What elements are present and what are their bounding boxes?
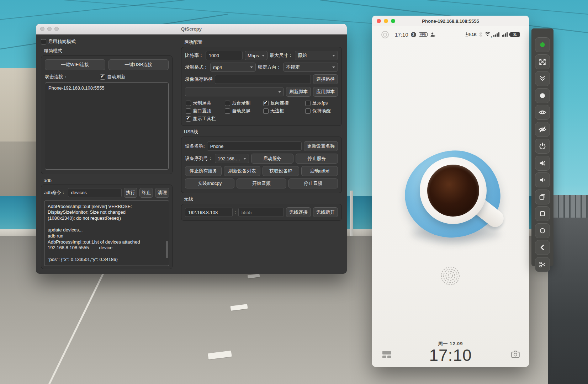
chevron-down-icon [262, 55, 265, 57]
close-button[interactable] [40, 27, 44, 31]
start-audio-button[interactable]: 开始音频 [237, 178, 286, 188]
record-format-label: 录制格式： [185, 64, 208, 70]
adb-log[interactable]: AdbProcessImpl::out:[server] VERBOSE: Di… [44, 201, 169, 266]
refresh-script-button[interactable]: 刷新脚本 [286, 87, 311, 97]
max-size-select[interactable]: 原始 [295, 51, 338, 60]
screenshot-icon[interactable] [535, 88, 550, 103]
app-switch-icon[interactable] [535, 190, 550, 204]
apply-script-button[interactable]: 应用脚本 [313, 87, 338, 97]
stop-audio-button[interactable]: 停止音频 [288, 178, 338, 188]
lock-orientation-label: 锁定方向： [258, 64, 281, 70]
coffee-liquid [427, 165, 479, 217]
double-click-label: 双击连接： [45, 74, 68, 80]
close-button[interactable] [377, 19, 381, 23]
qtscrcpy-titlebar[interactable]: QtScrcpy [36, 24, 347, 34]
wifi-connect-button[interactable]: 一键WIFI连接 [45, 59, 105, 70]
stop-all-services-button[interactable]: 停止所有服务 [185, 166, 222, 176]
stop-service-button[interactable]: 停止服务 [296, 154, 338, 164]
auto-refresh-checkbox[interactable] [100, 74, 105, 80]
wallpaper-building [0, 68, 38, 144]
auto-screen-off-label: 自动息屏 [232, 108, 250, 114]
adb-log-text: AdbProcessImpl::out:[server] VERBOSE: Di… [44, 201, 169, 266]
always-on-top-checkbox[interactable] [186, 108, 191, 114]
serial-value: 192.168.8.1 [218, 156, 241, 161]
device-list-item[interactable]: Phone-192.168.8.108:5555 [48, 85, 165, 91]
device-list[interactable]: Phone-192.168.8.108:5555 [45, 82, 169, 170]
widgets-shortcut-icon[interactable] [382, 351, 391, 358]
install-sndcpy-button[interactable]: 安装sndcpy [185, 178, 234, 188]
bitrate-unit-select[interactable]: Mbps [245, 51, 267, 60]
script-select[interactable] [185, 87, 284, 96]
ip-port-colon: : [235, 210, 236, 215]
log-scrollbar[interactable] [166, 241, 168, 258]
wireless-connect-button[interactable]: 无线连接 [286, 207, 311, 217]
refresh-device-list-button[interactable]: 刷新设备列表 [224, 166, 260, 176]
reverse-connect-checkbox[interactable] [263, 101, 269, 106]
back-icon[interactable] [535, 240, 550, 255]
serial-select[interactable]: 192.168.8.1 [215, 154, 249, 163]
volume-up-icon[interactable] [535, 156, 550, 171]
minimize-button[interactable] [47, 27, 52, 31]
background-record-checkbox[interactable] [225, 101, 230, 106]
wireless-ip-input[interactable] [185, 208, 233, 217]
phone-titlebar[interactable]: Phone-192.168.8.108:5555 [372, 16, 529, 27]
show-toolbar-checkbox[interactable] [186, 116, 191, 122]
network-speed: 9.1K [465, 32, 477, 37]
bluetooth-icon [479, 32, 482, 37]
record-screen-checkbox[interactable] [186, 101, 191, 106]
record-format-select[interactable]: mp4 [210, 63, 256, 72]
download-arrow-icon [465, 32, 468, 37]
bitrate-input[interactable] [206, 51, 243, 60]
volume-down-icon[interactable] [535, 172, 550, 187]
choose-path-button[interactable]: 选择路径 [313, 74, 338, 84]
menu-icon[interactable] [535, 206, 550, 221]
wireless-port-input[interactable] [238, 208, 284, 217]
max-size-label: 最大尺寸： [270, 52, 293, 59]
max-size-value: 原始 [298, 52, 307, 59]
keep-awake-checkbox[interactable] [305, 108, 311, 114]
start-adbd-button[interactable]: 启动adbd [301, 166, 338, 176]
bitrate-unit-value: Mbps [248, 53, 259, 58]
start-service-button[interactable]: 启动服务 [251, 154, 293, 164]
battery-icon: 31 [510, 32, 520, 37]
screenshot-crop-icon[interactable] [535, 257, 550, 272]
minimize-button[interactable] [384, 19, 388, 23]
frameless-label: 无边框 [270, 108, 284, 114]
chevron-down-icon [332, 66, 335, 68]
enable-simple-mode-checkbox[interactable] [41, 39, 46, 44]
lock-orientation-select[interactable]: 不锁定 [283, 63, 338, 72]
record-path-input[interactable] [215, 75, 311, 84]
power-icon[interactable] [535, 139, 550, 154]
android-icon[interactable] [535, 37, 550, 52]
get-device-ip-button[interactable]: 获取设备IP [263, 166, 299, 176]
fullscreen-icon[interactable] [535, 54, 550, 69]
vpn-badge: VPN [419, 32, 428, 37]
home-icon[interactable] [535, 223, 550, 238]
screen-on-icon[interactable] [535, 105, 550, 120]
always-on-top-label: 窗口置顶 [193, 108, 211, 114]
show-fps-checkbox[interactable] [305, 101, 311, 106]
adb-kill-button[interactable]: 终止 [139, 188, 153, 198]
fingerprint-icon[interactable] [440, 265, 461, 287]
zoom-button[interactable] [391, 19, 395, 23]
update-name-button[interactable]: 更新设置名称 [304, 141, 338, 151]
simple-mode-group-label: 精简模式 [44, 48, 173, 54]
phone-screen[interactable]: 17:10 2 VPN 9.1K [372, 26, 529, 367]
frameless-checkbox[interactable] [263, 108, 269, 114]
auto-refresh-label: 自动刷新 [107, 74, 126, 80]
adb-group: adb命令： 执行 终止 清理 AdbProcessImpl::out:[ser… [41, 185, 173, 269]
simple-mode-group: 一键WIFI连接 一键USB连接 双击连接： 自动刷新 Phone-192.16… [41, 55, 173, 174]
zoom-button[interactable] [54, 27, 59, 31]
screen-off-icon[interactable] [535, 122, 550, 137]
signal-bars-sim2-icon [502, 32, 508, 37]
adb-command-input[interactable] [68, 188, 122, 197]
adb-exec-button[interactable]: 执行 [124, 188, 137, 198]
camera-shortcut-icon[interactable] [511, 351, 520, 358]
expand-notifications-icon[interactable] [535, 71, 550, 86]
auto-screen-off-checkbox[interactable] [225, 108, 230, 114]
show-toolbar-label: 显示工具栏 [193, 116, 216, 122]
adb-clear-button[interactable]: 清理 [155, 188, 169, 198]
usb-connect-button[interactable]: 一键USB连接 [108, 59, 169, 70]
device-name-input[interactable] [207, 142, 302, 151]
wireless-disconnect-button[interactable]: 无线断开 [313, 207, 338, 217]
